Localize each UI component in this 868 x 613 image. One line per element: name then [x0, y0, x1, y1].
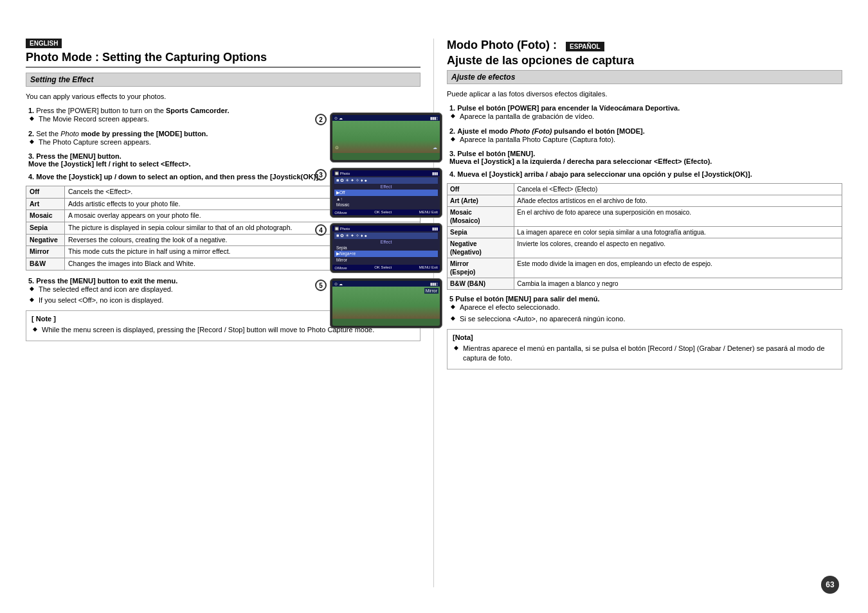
cam-menu-area-4: ■ ✿ ☀ ✦ ✧ ♦ ● Effect Sepia ▶Nega+re Mirr…	[332, 231, 440, 264]
cam-lcd-3: 🔲 Photo ▮▮▮ ■ ✿ ☀ ✦ ✧ ♦ ● Effect ▶Off ▲↑…	[332, 170, 440, 215]
cam-lcd-2: ⊙ ☁ ▮▮▮▯ ⊙ ☁	[332, 115, 440, 160]
option-sepia-es: Sepia	[448, 227, 514, 238]
step-5-spanish: 5 Pulse el botón [MENU] para salir del m…	[447, 295, 842, 324]
step-2-text: Set the Photo mode by pressing the [MODE…	[36, 130, 208, 138]
cam-icon-circle: ⊙	[335, 145, 339, 150]
english-badge: ENGLISH	[26, 39, 62, 48]
option-art: Art	[26, 198, 65, 210]
cam-bottom-select: OK Select	[374, 210, 392, 215]
step-1-text-es: Pulse el botón [POWER] para encender la …	[457, 104, 680, 112]
note-section-spanish: [Nota] Mientras aparece el menú en panta…	[447, 329, 842, 369]
camera-step-4: 4 🔲 Photo ▮▮▮ ■ ✿ ☀ ✦ ✧ ♦ ● Effect Sepia…	[315, 223, 444, 273]
camera-screenshots-panel: 2 ⊙ ☁ ▮▮▮▯ ⊙ ☁	[315, 112, 444, 328]
step-3-num-es: 3.	[449, 150, 455, 157]
note-title-spanish: [Nota]	[453, 333, 836, 341]
step-4-num-es: 4.	[449, 170, 455, 178]
step-2-num: 2.	[28, 130, 34, 138]
step-circle-3: 3	[315, 169, 327, 181]
option-bw: B&W	[26, 258, 65, 271]
cam-menu-sepia: Sepia	[334, 245, 438, 251]
spanish-badge: ESPAÑOL	[566, 42, 604, 51]
cam-effect-label-3: Effect	[334, 184, 438, 189]
camera-image-4: 🔲 Photo ▮▮▮ ■ ✿ ☀ ✦ ✧ ♦ ● Effect Sepia ▶…	[330, 223, 442, 273]
section-title-english: Photo Mode : Setting the Capturing Optio…	[26, 51, 420, 67]
cam-lcd-topbar-4: 🔲 Photo ▮▮▮	[332, 226, 440, 231]
step-1-bullet-es: Aparece la pantalla de grabación de víde…	[449, 112, 842, 121]
step-4-text: Move the [Joystick] up / down to select …	[36, 173, 320, 181]
cam-battery-icon-5: ▮▮▮▯	[430, 281, 438, 286]
step-5-bullet-2-es: Si se selecciona <Auto>, no aparecerá ni…	[449, 314, 842, 324]
cam-menu-area-3: ■ ✿ ☀ ✦ ✧ ♦ ● Effect ▶Off ▲↑ Mosaic	[332, 176, 440, 209]
step-3-text-es: Pulse el botón [MENU].Mueva el [Joystick…	[449, 150, 712, 165]
step-4-spanish: 4. Mueva el [Joystick] arriba / abajo pa…	[447, 170, 842, 178]
cam-lcd-bottombar-3: ⊙Move OK Select MENU Exit	[332, 209, 440, 215]
step-5-bullet-1-es: Aparece el efecto seleccionado.	[449, 303, 842, 312]
option-mirror-es: Mirror(Espejo)	[448, 258, 514, 278]
cam-menu-off: ▶Off	[334, 190, 438, 196]
desc-off-es: Cancela el <Effect> (Efecto)	[514, 184, 842, 195]
cam-bottom-move: ⊙Move	[334, 210, 347, 215]
subsection-title-spanish: Ajuste de efectos	[447, 70, 842, 84]
cam-lcd-bottombar-4: ⊙Move OK Select MENU Exit	[332, 265, 440, 271]
intro-text-spanish: Puede aplicar a las fotos diversos efect…	[447, 89, 842, 99]
step-2-bullet-es: Aparece la pantalla Photo Capture (Captu…	[449, 135, 842, 145]
desc-sepia-es: La imagen aparece en color sepia similar…	[514, 227, 842, 238]
desc-bw-es: Cambia la imagen a blanco y negro	[514, 278, 842, 290]
step-circle-4: 4	[315, 224, 327, 236]
step-1-num-es: 1.	[449, 104, 455, 112]
cam-view-5: Mirror	[332, 287, 440, 319]
cam-overlay-icons: ⊙ ☁	[335, 145, 437, 150]
cam-battery-icon-4: ▮▮▮	[432, 226, 438, 231]
desc-art-es: Añade efectos artísticos en el archivo d…	[514, 195, 842, 207]
cam-icon-cloud: ☁	[433, 145, 437, 150]
effect-table-spanish: Off Cancela el <Effect> (Efecto) Art (Ar…	[447, 183, 842, 290]
cam-lcd-topbar-5: ⊙ ☁ ▮▮▮▯	[332, 281, 440, 287]
cam-effect-indicator: Mirror	[424, 288, 439, 294]
step-1-num: 1.	[28, 107, 34, 114]
cam-bottom-select-4: OK Select	[374, 265, 392, 270]
option-negative-es: Negative(Negativo)	[448, 238, 514, 258]
step-5-text: Press the [MENU] button to exit the menu…	[36, 277, 177, 285]
option-off: Off	[26, 186, 65, 199]
cam-bottom-exit: MENU Exit	[419, 210, 438, 215]
section-title-spanish-line2: Ajuste de las opciones de captura	[447, 54, 842, 67]
camera-image-3: 🔲 Photo ▮▮▮ ■ ✿ ☀ ✦ ✧ ♦ ● Effect ▶Off ▲↑…	[330, 168, 442, 218]
cam-bottom-move-4: ⊙Move	[334, 265, 347, 270]
step-circle-2: 2	[315, 114, 327, 125]
cam-effect-label-4: Effect	[334, 240, 438, 244]
table-row: B&W (B&N) Cambia la imagen a blanco y ne…	[448, 278, 842, 290]
page-number: 63	[821, 576, 839, 594]
step-circle-5: 5	[315, 280, 327, 291]
step-5-num: 5.	[28, 277, 34, 285]
step-5-text-es: Pulse el botón [MENU] para salir del men…	[455, 295, 599, 303]
step-1-text: Press the [POWER] button to turn on the …	[36, 107, 229, 114]
step-3-num: 3.	[28, 152, 34, 160]
step-3-spanish: 3. Pulse el botón [MENU].Mueva el [Joyst…	[447, 150, 842, 165]
intro-text-english: You can apply various effects to your ph…	[26, 92, 420, 102]
cam-mode-label: ⊙ ☁	[334, 116, 343, 120]
table-row: Art (Arte) Añade efectos artísticos en e…	[448, 195, 842, 207]
table-row: Off Cancela el <Effect> (Efecto)	[448, 184, 842, 195]
cam-bottom-exit-4: MENU Exit	[419, 265, 438, 270]
camera-image-2: ⊙ ☁ ▮▮▮▯ ⊙ ☁	[330, 112, 442, 163]
cam-menu-up: ▲↑	[334, 196, 438, 202]
cam-lcd-5: ⊙ ☁ ▮▮▮▯ Mirror	[332, 281, 440, 326]
table-row: Mosaic(Mosaico) En el archivo de foto ap…	[448, 207, 842, 227]
step-4-num: 4.	[28, 173, 34, 181]
camera-step-5: 5 ⊙ ☁ ▮▮▮▯ Mirror	[315, 278, 444, 328]
desc-mosaic-es: En el archivo de foto aparece una superp…	[514, 207, 842, 227]
note-bullet-spanish: Mientras aparece el menú en pantalla, si…	[453, 344, 836, 364]
step-5-num-es: 5	[449, 295, 453, 303]
cam-mode-label-4: 🔲 Photo	[334, 226, 350, 231]
camera-image-5: ⊙ ☁ ▮▮▮▯ Mirror	[330, 278, 442, 328]
step-2-num-es: 2.	[449, 127, 455, 135]
cam-battery-icon: ▮▮▮▯	[430, 116, 438, 120]
section-title-spanish-line1: Modo Photo (Foto) :	[447, 39, 557, 51]
option-off-es: Off	[448, 184, 514, 195]
cam-menu-bar-4: ■ ✿ ☀ ✦ ✧ ♦ ●	[334, 233, 438, 239]
camera-step-2: 2 ⊙ ☁ ▮▮▮▯ ⊙ ☁	[315, 112, 444, 163]
step-4-text-es: Mueva el [Joystick] arriba / abajo para …	[457, 170, 752, 178]
cam-menu-bar-3: ■ ✿ ☀ ✦ ✧ ♦ ●	[334, 177, 438, 184]
step-1-spanish: 1. Pulse el botón [POWER] para encender …	[447, 104, 842, 121]
option-mirror: Mirror	[26, 246, 65, 258]
